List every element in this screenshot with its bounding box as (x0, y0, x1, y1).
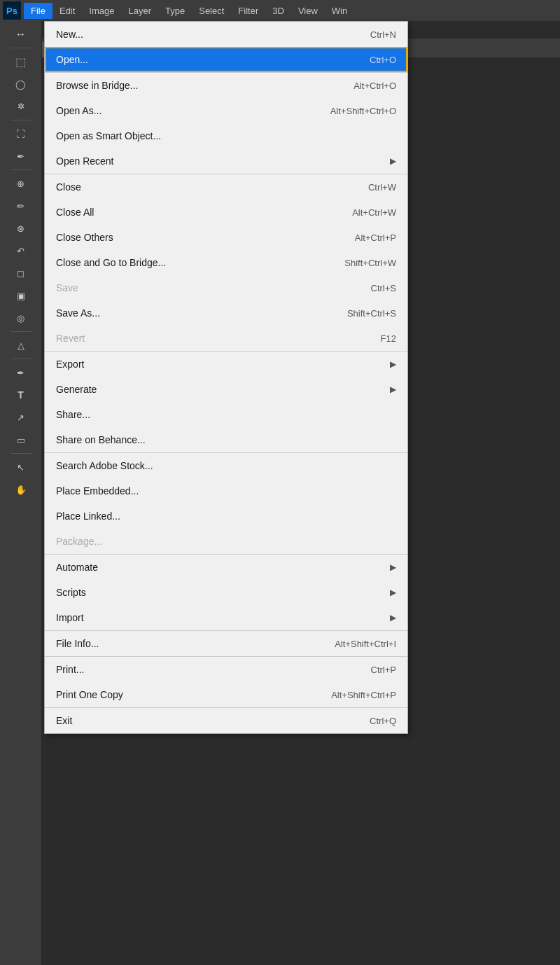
menu-item-label: Close Others (56, 232, 341, 243)
menu-section-7: Print...Ctrl+PPrint One CopyAlt+Shift+Ct… (45, 657, 407, 708)
menu-item-close[interactable]: CloseCtrl+W (45, 174, 407, 200)
menu-item-revert: RevertF12 (45, 326, 407, 351)
menu-item-label: Close (56, 181, 354, 193)
menu-item-search-adobe-stock---[interactable]: Search Adobe Stock... (45, 453, 407, 478)
menu-item-shortcut: Alt+Shift+Ctrl+O (330, 106, 396, 116)
menu-item-close-others[interactable]: Close OthersAlt+Ctrl+P (45, 225, 407, 250)
menu-item-shortcut: Ctrl+O (370, 55, 396, 65)
menu-item-new---[interactable]: New...Ctrl+N (45, 22, 407, 47)
menu-section-3: Export▶Generate▶Share...Share on Behance… (45, 352, 407, 453)
menu-section-4: Search Adobe Stock...Place Embedded...Pl… (45, 453, 407, 555)
menu-item-label: Exit (56, 715, 356, 726)
menu-item-package---: Package... (45, 529, 407, 554)
menu-item-label: Place Embedded... (56, 485, 396, 497)
menu-item-close-and-go-to-bridge---[interactable]: Close and Go to Bridge...Shift+Ctrl+W (45, 250, 407, 275)
menu-item-label: Print One Copy (56, 689, 317, 700)
menu-item-shortcut: F12 (381, 333, 396, 344)
menu-item-open---[interactable]: Open...Ctrl+O (45, 47, 407, 72)
menu-item-shortcut: Ctrl+W (368, 182, 396, 193)
menu-item-open-recent[interactable]: Open Recent▶ (45, 148, 407, 174)
menu-section-8: ExitCtrl+Q (45, 708, 407, 733)
menu-item-save-as---[interactable]: Save As...Shift+Ctrl+S (45, 300, 407, 326)
menu-item-label: Package... (56, 536, 396, 547)
menu-item-label: Close and Go to Bridge... (56, 257, 330, 268)
menu-item-shortcut: Alt+Ctrl+P (355, 232, 396, 243)
menu-item-label: Open... (56, 54, 356, 65)
menu-item-print-one-copy[interactable]: Print One CopyAlt+Shift+Ctrl+P (45, 682, 407, 707)
submenu-arrow-icon: ▶ (390, 613, 396, 623)
menu-item-shortcut: Ctrl+S (371, 283, 396, 293)
menu-item-label: Save (56, 282, 357, 293)
menu-item-label: Search Adobe Stock... (56, 460, 396, 471)
submenu-arrow-icon: ▶ (390, 156, 396, 166)
submenu-arrow-icon: ▶ (390, 359, 396, 369)
menu-item-shortcut: Ctrl+Q (370, 716, 396, 726)
menu-item-label: Open Recent (56, 155, 384, 167)
menu-item-label: File Info... (56, 638, 321, 649)
menu-item-import[interactable]: Import▶ (45, 605, 407, 630)
submenu-arrow-icon: ▶ (390, 384, 396, 394)
menu-item-label: Print... (56, 664, 357, 675)
menu-section-1: Browse in Bridge...Alt+Ctrl+OOpen As...A… (45, 73, 407, 174)
menu-item-shortcut: Alt+Shift+Ctrl+I (335, 639, 396, 649)
dropdown-overlay[interactable]: New...Ctrl+NOpen...Ctrl+OBrowse in Bridg… (0, 0, 560, 965)
menu-item-label: Save As... (56, 307, 333, 319)
menu-item-shortcut: Ctrl+P (371, 665, 396, 675)
menu-item-label: Close All (56, 207, 338, 218)
menu-item-place-embedded---[interactable]: Place Embedded... (45, 478, 407, 504)
menu-item-shortcut: Alt+Ctrl+O (354, 81, 396, 91)
menu-section-6: File Info...Alt+Shift+Ctrl+I (45, 631, 407, 657)
menu-item-close-all[interactable]: Close AllAlt+Ctrl+W (45, 200, 407, 225)
menu-item-label: Scripts (56, 587, 384, 598)
menu-section-0: New...Ctrl+NOpen...Ctrl+O (45, 22, 407, 73)
menu-item-shortcut: Shift+Ctrl+W (344, 258, 396, 268)
menu-item-label: Export (56, 359, 384, 370)
submenu-arrow-icon: ▶ (390, 562, 396, 572)
menu-item-label: New... (56, 29, 356, 40)
menu-item-label: Share... (56, 409, 396, 420)
menu-item-label: Open as Smart Object... (56, 130, 396, 141)
menu-item-open-as-smart-object---[interactable]: Open as Smart Object... (45, 123, 407, 148)
menu-item-place-linked---[interactable]: Place Linked... (45, 504, 407, 529)
menu-item-label: Generate (56, 384, 384, 395)
menu-section-2: CloseCtrl+WClose AllAlt+Ctrl+WClose Othe… (45, 174, 407, 352)
menu-item-shortcut: Alt+Ctrl+W (352, 207, 396, 218)
menu-item-label: Place Linked... (56, 511, 396, 522)
menu-item-share---[interactable]: Share... (45, 402, 407, 427)
menu-item-label: Open As... (56, 105, 316, 116)
menu-item-automate[interactable]: Automate▶ (45, 555, 407, 580)
menu-item-share-on-behance---[interactable]: Share on Behance... (45, 427, 407, 452)
menu-item-shortcut: Shift+Ctrl+S (347, 308, 396, 319)
menu-item-label: Browse in Bridge... (56, 80, 340, 91)
menu-item-label: Revert (56, 333, 367, 344)
menu-item-label: Automate (56, 562, 384, 573)
menu-section-5: Automate▶Scripts▶Import▶ (45, 555, 407, 631)
file-dropdown-menu: New...Ctrl+NOpen...Ctrl+OBrowse in Bridg… (44, 21, 408, 734)
menu-item-shortcut: Ctrl+N (370, 29, 396, 40)
menu-item-exit[interactable]: ExitCtrl+Q (45, 708, 407, 733)
menu-item-file-info---[interactable]: File Info...Alt+Shift+Ctrl+I (45, 631, 407, 656)
menu-item-print---[interactable]: Print...Ctrl+P (45, 657, 407, 682)
menu-item-label: Import (56, 612, 384, 623)
menu-item-save: SaveCtrl+S (45, 275, 407, 300)
menu-item-open-as---[interactable]: Open As...Alt+Shift+Ctrl+O (45, 98, 407, 123)
menu-item-label: Share on Behance... (56, 434, 396, 445)
submenu-arrow-icon: ▶ (390, 588, 396, 597)
menu-item-export[interactable]: Export▶ (45, 352, 407, 377)
menu-item-scripts[interactable]: Scripts▶ (45, 580, 407, 605)
menu-item-shortcut: Alt+Shift+Ctrl+P (331, 690, 396, 700)
menu-item-generate[interactable]: Generate▶ (45, 377, 407, 402)
menu-item-browse-in-bridge---[interactable]: Browse in Bridge...Alt+Ctrl+O (45, 73, 407, 98)
